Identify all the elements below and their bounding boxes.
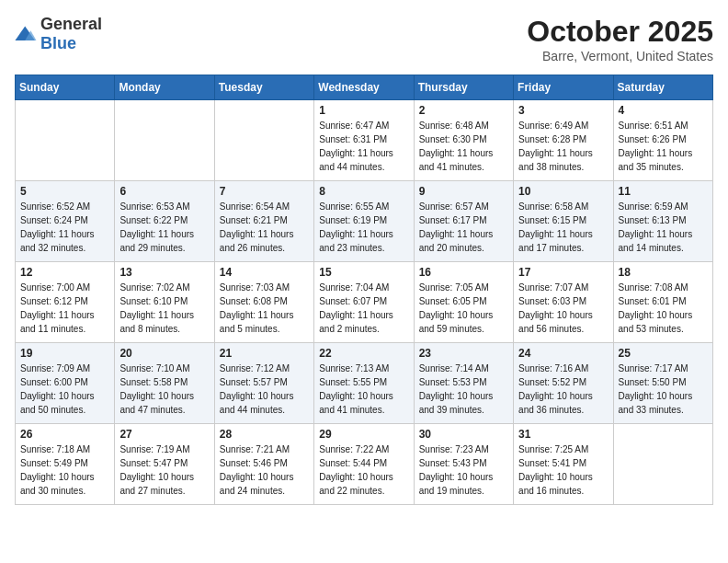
day-number: 30: [419, 428, 508, 441]
sunrise-label: Sunrise: 7:10 AM: [119, 363, 189, 373]
page-header: General Blue October 2025 Barre, Vermont…: [15, 15, 713, 63]
day-info: Sunrise: 7:10 AMSunset: 5:58 PMDaylight:…: [119, 362, 209, 417]
day-number: 25: [619, 347, 708, 360]
calendar-cell: 18Sunrise: 7:08 AMSunset: 6:01 PMDayligh…: [613, 262, 712, 343]
calendar-cell: 4Sunrise: 6:51 AMSunset: 6:26 PMDaylight…: [613, 100, 712, 181]
day-number: 6: [119, 185, 209, 198]
weekday-header-monday: Monday: [115, 75, 214, 100]
calendar-cell: 9Sunrise: 6:57 AMSunset: 6:17 PMDaylight…: [414, 181, 513, 262]
sunset-label: Sunset: 6:31 PM: [319, 134, 387, 144]
day-info: Sunrise: 7:25 AMSunset: 5:41 PMDaylight:…: [518, 442, 608, 498]
calendar-cell: 21Sunrise: 7:12 AMSunset: 5:57 PMDayligh…: [214, 343, 313, 424]
calendar-cell: [115, 100, 214, 181]
day-number: 19: [20, 347, 109, 360]
logo-blue: Blue: [40, 34, 76, 52]
day-number: 14: [220, 266, 309, 279]
weekday-header-wednesday: Wednesday: [314, 75, 414, 100]
sunset-label: Sunset: 6:22 PM: [119, 215, 188, 225]
daylight-label: Daylight: 11 hours and 20 minutes.: [419, 229, 494, 253]
calendar-cell: [613, 424, 712, 505]
calendar-cell: 29Sunrise: 7:22 AMSunset: 5:44 PMDayligh…: [314, 424, 414, 505]
day-info: Sunrise: 7:16 AMSunset: 5:52 PMDaylight:…: [518, 362, 608, 417]
sunrise-label: Sunrise: 6:48 AM: [419, 121, 489, 131]
daylight-label: Daylight: 11 hours and 38 minutes.: [518, 148, 593, 172]
sunset-label: Sunset: 6:00 PM: [20, 377, 88, 387]
sunrise-label: Sunrise: 7:05 AM: [419, 282, 489, 293]
sunrise-label: Sunrise: 7:00 AM: [20, 282, 90, 293]
sunrise-label: Sunrise: 6:57 AM: [419, 201, 489, 212]
sunset-label: Sunset: 6:05 PM: [419, 296, 487, 306]
day-info: Sunrise: 7:23 AMSunset: 5:43 PMDaylight:…: [419, 442, 508, 498]
daylight-label: Daylight: 10 hours and 27 minutes.: [119, 472, 194, 496]
day-info: Sunrise: 7:02 AMSunset: 6:10 PMDaylight:…: [119, 281, 209, 336]
sunrise-label: Sunrise: 6:47 AM: [319, 121, 389, 131]
day-number: 1: [319, 104, 408, 117]
sunrise-label: Sunrise: 7:03 AM: [220, 282, 290, 293]
daylight-label: Daylight: 10 hours and 30 minutes.: [20, 472, 95, 496]
calendar-table: SundayMondayTuesdayWednesdayThursdayFrid…: [15, 75, 713, 505]
daylight-label: Daylight: 10 hours and 16 minutes.: [518, 472, 593, 496]
sunset-label: Sunset: 6:01 PM: [619, 296, 687, 306]
calendar-cell: 3Sunrise: 6:49 AMSunset: 6:28 PMDaylight…: [514, 100, 613, 181]
daylight-label: Daylight: 10 hours and 24 minutes.: [220, 472, 294, 496]
sunset-label: Sunset: 5:43 PM: [419, 458, 487, 468]
day-info: Sunrise: 7:03 AMSunset: 6:08 PMDaylight:…: [220, 281, 309, 336]
sunset-label: Sunset: 6:30 PM: [419, 134, 487, 144]
day-info: Sunrise: 7:12 AMSunset: 5:57 PMDaylight:…: [220, 362, 309, 417]
calendar-cell: 27Sunrise: 7:19 AMSunset: 5:47 PMDayligh…: [115, 424, 214, 505]
weekday-header-saturday: Saturday: [613, 75, 712, 100]
sunset-label: Sunset: 6:26 PM: [619, 134, 687, 144]
day-info: Sunrise: 7:17 AMSunset: 5:50 PMDaylight:…: [619, 362, 708, 417]
calendar-week-row: 19Sunrise: 7:09 AMSunset: 6:00 PMDayligh…: [16, 343, 713, 424]
daylight-label: Daylight: 10 hours and 47 minutes.: [119, 391, 194, 415]
day-number: 9: [419, 185, 508, 198]
calendar-cell: 17Sunrise: 7:07 AMSunset: 6:03 PMDayligh…: [514, 262, 613, 343]
sunrise-label: Sunrise: 7:23 AM: [419, 444, 489, 454]
calendar-cell: 13Sunrise: 7:02 AMSunset: 6:10 PMDayligh…: [115, 262, 214, 343]
calendar-week-row: 1Sunrise: 6:47 AMSunset: 6:31 PMDaylight…: [16, 100, 713, 181]
daylight-label: Daylight: 11 hours and 41 minutes.: [419, 148, 494, 172]
sunset-label: Sunset: 5:55 PM: [319, 377, 387, 387]
day-number: 31: [518, 428, 608, 441]
calendar-cell: 14Sunrise: 7:03 AMSunset: 6:08 PMDayligh…: [214, 262, 313, 343]
daylight-label: Daylight: 10 hours and 39 minutes.: [419, 391, 494, 415]
sunrise-label: Sunrise: 7:08 AM: [619, 282, 688, 293]
day-number: 29: [319, 428, 408, 441]
calendar-week-row: 5Sunrise: 6:52 AMSunset: 6:24 PMDaylight…: [16, 181, 713, 262]
sunset-label: Sunset: 6:24 PM: [20, 215, 88, 225]
sunrise-label: Sunrise: 6:58 AM: [518, 201, 588, 212]
calendar-cell: 7Sunrise: 6:54 AMSunset: 6:21 PMDaylight…: [214, 181, 313, 262]
calendar-cell: 24Sunrise: 7:16 AMSunset: 5:52 PMDayligh…: [514, 343, 613, 424]
sunset-label: Sunset: 5:57 PM: [220, 377, 288, 387]
daylight-label: Daylight: 11 hours and 23 minutes.: [319, 229, 393, 253]
day-info: Sunrise: 7:05 AMSunset: 6:05 PMDaylight:…: [419, 281, 508, 336]
day-info: Sunrise: 7:19 AMSunset: 5:47 PMDaylight:…: [119, 442, 209, 498]
day-info: Sunrise: 6:52 AMSunset: 6:24 PMDaylight:…: [20, 200, 109, 255]
calendar-cell: 12Sunrise: 7:00 AMSunset: 6:12 PMDayligh…: [16, 262, 115, 343]
logo-icon: [15, 25, 37, 43]
sunset-label: Sunset: 6:21 PM: [220, 215, 288, 225]
day-number: 7: [220, 185, 309, 198]
daylight-label: Daylight: 11 hours and 35 minutes.: [619, 148, 693, 172]
calendar-cell: 28Sunrise: 7:21 AMSunset: 5:46 PMDayligh…: [214, 424, 313, 505]
daylight-label: Daylight: 10 hours and 59 minutes.: [419, 310, 494, 334]
daylight-label: Daylight: 11 hours and 32 minutes.: [20, 229, 95, 253]
calendar-cell: 10Sunrise: 6:58 AMSunset: 6:15 PMDayligh…: [514, 181, 613, 262]
daylight-label: Daylight: 11 hours and 44 minutes.: [319, 148, 393, 172]
day-info: Sunrise: 6:49 AMSunset: 6:28 PMDaylight:…: [518, 119, 608, 174]
sunrise-label: Sunrise: 7:21 AM: [220, 444, 290, 454]
logo-general: General: [40, 15, 102, 33]
day-info: Sunrise: 6:57 AMSunset: 6:17 PMDaylight:…: [419, 200, 508, 255]
sunset-label: Sunset: 6:28 PM: [518, 134, 586, 144]
day-number: 16: [419, 266, 508, 279]
sunset-label: Sunset: 6:10 PM: [119, 296, 188, 306]
location-title: Barre, Vermont, United States: [527, 49, 713, 63]
day-number: 28: [220, 428, 309, 441]
sunrise-label: Sunrise: 7:19 AM: [119, 444, 189, 454]
daylight-label: Daylight: 10 hours and 41 minutes.: [319, 391, 393, 415]
day-number: 23: [419, 347, 508, 360]
day-info: Sunrise: 7:09 AMSunset: 6:00 PMDaylight:…: [20, 362, 109, 417]
calendar-week-row: 26Sunrise: 7:18 AMSunset: 5:49 PMDayligh…: [16, 424, 713, 505]
calendar-cell: [16, 100, 115, 181]
calendar-cell: 1Sunrise: 6:47 AMSunset: 6:31 PMDaylight…: [314, 100, 414, 181]
